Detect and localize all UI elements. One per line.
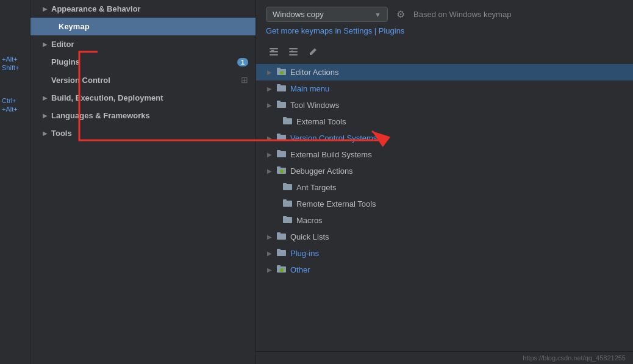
tree-chevron-icon: ▶ <box>266 234 273 240</box>
sidebar-item-version-control[interactable]: ▶ Version Control ⊞ <box>30 71 256 89</box>
keymap-top-bar: Windows copy ▼ ⚙ Based on Windows keymap <box>256 0 633 23</box>
svg-point-41 <box>280 268 284 272</box>
folder-special-icon <box>277 67 287 77</box>
keymaps-link[interactable]: Get more keymaps in Settings | Plugins <box>256 23 633 41</box>
svg-rect-32 <box>286 203 290 206</box>
tree-item-label: Other <box>290 265 310 274</box>
sidebar-item-build[interactable]: ▶ Build, Execution, Deployment <box>30 89 256 107</box>
tree-item-label: Remote External Tools <box>296 199 376 209</box>
tree-item-other[interactable]: ▶ Other <box>256 262 633 278</box>
tree-item-editor-actions[interactable]: ▶ Editor Actions <box>256 64 633 80</box>
keymap-tree: ▶ Editor Actions ▶ <box>256 64 633 351</box>
tree-item-external-tools[interactable]: External Tools <box>256 113 633 130</box>
sidebar-item-plugins[interactable]: ▶ Plugins 1 <box>30 53 256 71</box>
tree-item-macros[interactable]: Macros <box>256 212 633 229</box>
settings-sidebar: ▶ Appearance & Behavior Keymap ▶ Editor … <box>30 0 256 364</box>
svg-rect-4 <box>289 48 298 49</box>
sidebar-item-tools[interactable]: ▶ Tools <box>30 124 256 142</box>
tree-item-label: Ant Targets <box>296 183 337 192</box>
green-special-icon <box>277 265 287 275</box>
svg-rect-36 <box>277 232 281 235</box>
folder-icon <box>277 232 287 242</box>
tree-item-main-menu[interactable]: ▶ Main menu <box>256 80 633 97</box>
sidebar-item-label: Build, Execution, Deployment <box>51 93 163 102</box>
svg-rect-13 <box>280 88 284 91</box>
folder-special-icon <box>277 84 287 94</box>
svg-rect-9 <box>277 68 281 70</box>
sidebar-item-label: Languages & Frameworks <box>51 111 150 120</box>
tree-item-vcs[interactable]: ▶ Version Control Systems <box>256 130 633 146</box>
keymap-dropdown[interactable]: Windows copy ▼ <box>266 7 388 22</box>
chevron-icon: ▶ <box>43 95 48 101</box>
collapse-all-icon <box>288 47 298 57</box>
folder-icon <box>283 215 293 226</box>
tree-item-plugins[interactable]: ▶ Plug-ins <box>256 245 633 262</box>
svg-rect-2 <box>270 54 278 55</box>
folder-icon <box>277 248 287 259</box>
svg-rect-20 <box>277 134 281 136</box>
green-special-icon <box>277 166 287 176</box>
sidebar-item-languages[interactable]: ▶ Languages & Frameworks <box>30 107 256 124</box>
tree-item-debugger[interactable]: ▶ Debugger Actions <box>256 163 633 179</box>
svg-rect-25 <box>277 166 281 169</box>
sidebar-item-label: Keymap <box>59 22 90 31</box>
sidebar-item-keymap[interactable]: Keymap <box>30 18 256 35</box>
sidebar-item-label: Version Control <box>51 76 110 85</box>
tree-item-label: Version Control Systems <box>290 134 377 143</box>
tree-item-ant-targets[interactable]: Ant Targets <box>256 179 633 196</box>
svg-point-26 <box>280 170 284 173</box>
tree-item-label: Quick Lists <box>290 232 329 241</box>
folder-special-icon <box>283 182 293 193</box>
svg-rect-40 <box>277 265 281 268</box>
tree-item-remote-tools[interactable]: Remote External Tools <box>256 196 633 212</box>
tree-item-label: Tool Windows <box>290 101 339 110</box>
svg-rect-18 <box>286 121 290 124</box>
tree-item-label: Main menu <box>290 84 329 93</box>
folder-icon <box>277 133 287 143</box>
left-hints-column: +Alt+ Shift+ Ctrl+ +Alt+ <box>0 0 30 364</box>
tree-item-label: Plug-ins <box>290 249 319 258</box>
hint-alt-plus2: +Alt+ <box>0 105 30 113</box>
svg-rect-38 <box>277 249 281 251</box>
svg-rect-0 <box>270 48 278 49</box>
tree-chevron-icon: ▶ <box>266 69 273 76</box>
tree-item-quick-lists[interactable]: ▶ Quick Lists <box>256 229 633 245</box>
tree-chevron-icon: ▶ <box>266 102 273 109</box>
svg-rect-22 <box>277 150 281 152</box>
collapse-all-button[interactable] <box>285 45 301 60</box>
tree-chevron-icon: ▶ <box>266 168 273 174</box>
bottom-url-bar: https://blog.csdn.net/qq_45821255 <box>256 351 633 364</box>
folder-icon <box>277 100 287 110</box>
svg-rect-28 <box>283 183 287 185</box>
hint-alt-plus: +Alt+ <box>0 55 30 63</box>
svg-rect-6 <box>289 54 298 55</box>
svg-rect-23 <box>280 154 284 157</box>
chevron-icon: ▶ <box>43 112 48 119</box>
tree-item-tool-windows[interactable]: ▶ Tool Windows <box>256 97 633 113</box>
tree-item-external-build[interactable]: ▶ External Build Systems <box>256 146 633 163</box>
folder-special-icon <box>277 149 287 160</box>
svg-rect-15 <box>277 101 281 103</box>
sidebar-item-editor[interactable]: ▶ Editor <box>30 35 256 53</box>
svg-rect-17 <box>283 117 287 120</box>
version-control-icon: ⊞ <box>241 75 248 85</box>
tree-item-label: External Build Systems <box>290 150 372 159</box>
chevron-icon: ▶ <box>43 41 48 48</box>
tree-chevron-icon: ▶ <box>266 250 273 257</box>
sidebar-item-label: Plugins <box>51 57 80 66</box>
expand-all-button[interactable] <box>266 45 282 60</box>
sidebar-item-label: Appearance & Behavior <box>51 4 141 13</box>
hint-ctrl-plus: Ctrl+ <box>0 96 30 105</box>
chevron-icon: ▶ <box>43 130 48 137</box>
sidebar-item-appearance[interactable]: ▶ Appearance & Behavior <box>30 0 256 18</box>
tree-chevron-icon: ▶ <box>266 151 273 158</box>
chevron-icon: ▶ <box>43 5 48 12</box>
tree-item-label: Editor Actions <box>290 68 339 77</box>
svg-rect-1 <box>270 51 278 52</box>
gear-button[interactable]: ⚙ <box>394 6 407 23</box>
hint-shift-plus: Shift+ <box>0 63 30 72</box>
svg-rect-12 <box>277 84 281 87</box>
sidebar-item-label: Editor <box>51 40 74 49</box>
edit-button[interactable] <box>305 45 321 60</box>
folder-special-icon <box>283 199 293 209</box>
